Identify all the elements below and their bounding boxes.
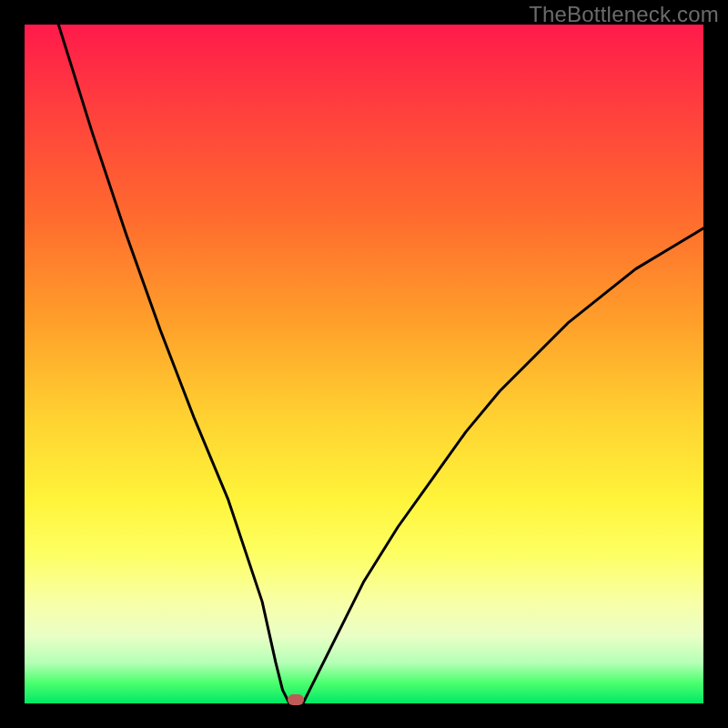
optimal-point-marker <box>288 694 304 705</box>
watermark-text: TheBottleneck.com <box>529 2 719 27</box>
chart-frame: TheBottleneck.com <box>0 0 728 728</box>
plot-area <box>25 25 703 703</box>
bottleneck-curve <box>25 25 703 703</box>
